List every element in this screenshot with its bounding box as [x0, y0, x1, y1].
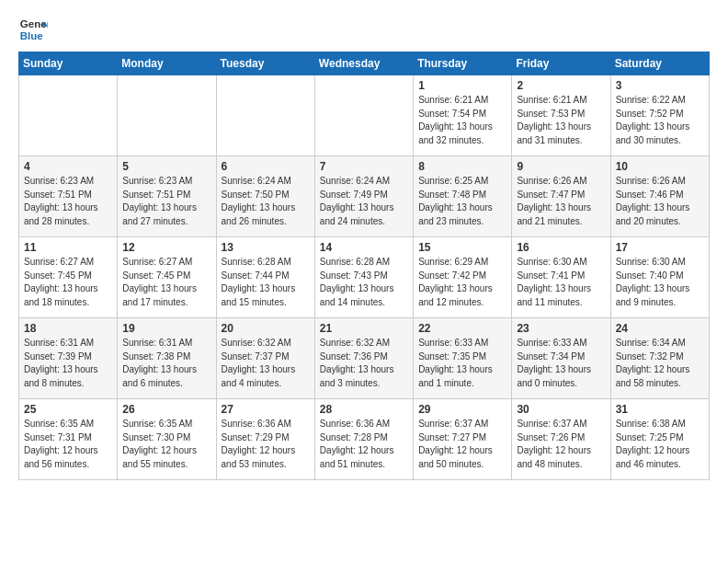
weekday-header-wednesday: Wednesday — [314, 52, 413, 75]
day-number: 10 — [616, 160, 704, 173]
calendar-cell: 13Sunrise: 6:28 AM Sunset: 7:44 PM Dayli… — [216, 237, 314, 318]
calendar-cell: 19Sunrise: 6:31 AM Sunset: 7:38 PM Dayli… — [118, 318, 216, 399]
day-number: 5 — [122, 160, 210, 173]
calendar-cell: 29Sunrise: 6:37 AM Sunset: 7:27 PM Dayli… — [414, 399, 512, 480]
day-number: 2 — [517, 79, 605, 92]
day-info: Sunrise: 6:23 AM Sunset: 7:51 PM Dayligh… — [122, 175, 210, 228]
day-info: Sunrise: 6:25 AM Sunset: 7:48 PM Dayligh… — [418, 175, 506, 228]
calendar-cell — [118, 75, 216, 156]
weekday-header-saturday: Saturday — [610, 52, 709, 75]
day-info: Sunrise: 6:21 AM Sunset: 7:54 PM Dayligh… — [418, 94, 506, 147]
day-number: 31 — [616, 403, 704, 416]
weekday-header-thursday: Thursday — [414, 52, 512, 75]
day-info: Sunrise: 6:35 AM Sunset: 7:31 PM Dayligh… — [24, 418, 112, 471]
day-info: Sunrise: 6:34 AM Sunset: 7:32 PM Dayligh… — [616, 337, 704, 390]
weekday-header-sunday: Sunday — [19, 52, 118, 75]
calendar-cell — [314, 75, 413, 156]
day-number: 30 — [517, 403, 605, 416]
day-info: Sunrise: 6:27 AM Sunset: 7:45 PM Dayligh… — [24, 256, 112, 309]
calendar-body: 1Sunrise: 6:21 AM Sunset: 7:54 PM Daylig… — [19, 75, 710, 480]
day-info: Sunrise: 6:28 AM Sunset: 7:43 PM Dayligh… — [320, 256, 408, 309]
calendar-cell: 23Sunrise: 6:33 AM Sunset: 7:34 PM Dayli… — [512, 318, 610, 399]
day-info: Sunrise: 6:37 AM Sunset: 7:27 PM Dayligh… — [418, 418, 506, 471]
svg-text:Blue: Blue — [20, 30, 44, 41]
week-row-2: 4Sunrise: 6:23 AM Sunset: 7:51 PM Daylig… — [19, 156, 710, 237]
calendar-cell: 12Sunrise: 6:27 AM Sunset: 7:45 PM Dayli… — [118, 237, 216, 318]
calendar-cell: 27Sunrise: 6:36 AM Sunset: 7:29 PM Dayli… — [216, 399, 314, 480]
day-number: 26 — [122, 403, 210, 416]
weekday-header-friday: Friday — [512, 52, 610, 75]
day-number: 12 — [122, 241, 210, 254]
day-info: Sunrise: 6:24 AM Sunset: 7:50 PM Dayligh… — [222, 175, 310, 228]
day-info: Sunrise: 6:23 AM Sunset: 7:51 PM Dayligh… — [24, 175, 112, 228]
day-info: Sunrise: 6:38 AM Sunset: 7:25 PM Dayligh… — [616, 418, 704, 471]
weekday-header-monday: Monday — [118, 52, 216, 75]
day-number: 16 — [517, 241, 605, 254]
calendar-cell: 20Sunrise: 6:32 AM Sunset: 7:37 PM Dayli… — [216, 318, 314, 399]
page-header: General Blue — [18, 15, 710, 44]
calendar-cell: 21Sunrise: 6:32 AM Sunset: 7:36 PM Dayli… — [314, 318, 413, 399]
day-number: 4 — [24, 160, 112, 173]
calendar-cell: 31Sunrise: 6:38 AM Sunset: 7:25 PM Dayli… — [610, 399, 709, 480]
day-number: 8 — [418, 160, 506, 173]
day-info: Sunrise: 6:30 AM Sunset: 7:41 PM Dayligh… — [517, 256, 605, 309]
calendar-cell — [216, 75, 314, 156]
day-info: Sunrise: 6:21 AM Sunset: 7:53 PM Dayligh… — [517, 94, 605, 147]
day-info: Sunrise: 6:31 AM Sunset: 7:38 PM Dayligh… — [122, 337, 210, 390]
calendar-cell: 26Sunrise: 6:35 AM Sunset: 7:30 PM Dayli… — [118, 399, 216, 480]
day-info: Sunrise: 6:26 AM Sunset: 7:47 PM Dayligh… — [517, 175, 605, 228]
day-number: 21 — [320, 322, 408, 335]
calendar-cell: 24Sunrise: 6:34 AM Sunset: 7:32 PM Dayli… — [610, 318, 709, 399]
week-row-3: 11Sunrise: 6:27 AM Sunset: 7:45 PM Dayli… — [19, 237, 710, 318]
day-number: 27 — [222, 403, 310, 416]
day-number: 6 — [222, 160, 310, 173]
day-info: Sunrise: 6:28 AM Sunset: 7:44 PM Dayligh… — [222, 256, 310, 309]
calendar-cell: 7Sunrise: 6:24 AM Sunset: 7:49 PM Daylig… — [314, 156, 413, 237]
calendar-cell: 28Sunrise: 6:36 AM Sunset: 7:28 PM Dayli… — [314, 399, 413, 480]
logo-icon: General Blue — [18, 15, 48, 44]
day-info: Sunrise: 6:36 AM Sunset: 7:29 PM Dayligh… — [222, 418, 310, 471]
day-number: 3 — [616, 79, 704, 92]
calendar-cell: 17Sunrise: 6:30 AM Sunset: 7:40 PM Dayli… — [610, 237, 709, 318]
calendar-cell: 25Sunrise: 6:35 AM Sunset: 7:31 PM Dayli… — [19, 399, 118, 480]
day-number: 15 — [418, 241, 506, 254]
week-row-5: 25Sunrise: 6:35 AM Sunset: 7:31 PM Dayli… — [19, 399, 710, 480]
calendar-cell: 22Sunrise: 6:33 AM Sunset: 7:35 PM Dayli… — [414, 318, 512, 399]
day-number: 29 — [418, 403, 506, 416]
calendar-header: SundayMondayTuesdayWednesdayThursdayFrid… — [19, 52, 710, 75]
day-number: 17 — [616, 241, 704, 254]
calendar-cell: 4Sunrise: 6:23 AM Sunset: 7:51 PM Daylig… — [19, 156, 118, 237]
week-row-4: 18Sunrise: 6:31 AM Sunset: 7:39 PM Dayli… — [19, 318, 710, 399]
day-info: Sunrise: 6:33 AM Sunset: 7:35 PM Dayligh… — [418, 337, 506, 390]
day-info: Sunrise: 6:32 AM Sunset: 7:36 PM Dayligh… — [320, 337, 408, 390]
weekday-header-tuesday: Tuesday — [216, 52, 314, 75]
calendar-cell: 10Sunrise: 6:26 AM Sunset: 7:46 PM Dayli… — [610, 156, 709, 237]
day-number: 9 — [517, 160, 605, 173]
day-info: Sunrise: 6:32 AM Sunset: 7:37 PM Dayligh… — [222, 337, 310, 390]
day-number: 7 — [320, 160, 408, 173]
day-info: Sunrise: 6:35 AM Sunset: 7:30 PM Dayligh… — [122, 418, 210, 471]
day-number: 11 — [24, 241, 112, 254]
day-info: Sunrise: 6:37 AM Sunset: 7:26 PM Dayligh… — [517, 418, 605, 471]
calendar-cell: 8Sunrise: 6:25 AM Sunset: 7:48 PM Daylig… — [414, 156, 512, 237]
day-number: 1 — [418, 79, 506, 92]
day-info: Sunrise: 6:33 AM Sunset: 7:34 PM Dayligh… — [517, 337, 605, 390]
day-info: Sunrise: 6:26 AM Sunset: 7:46 PM Dayligh… — [616, 175, 704, 228]
calendar-cell: 15Sunrise: 6:29 AM Sunset: 7:42 PM Dayli… — [414, 237, 512, 318]
day-number: 25 — [24, 403, 112, 416]
day-info: Sunrise: 6:24 AM Sunset: 7:49 PM Dayligh… — [320, 175, 408, 228]
week-row-1: 1Sunrise: 6:21 AM Sunset: 7:54 PM Daylig… — [19, 75, 710, 156]
calendar-cell: 5Sunrise: 6:23 AM Sunset: 7:51 PM Daylig… — [118, 156, 216, 237]
calendar-cell: 18Sunrise: 6:31 AM Sunset: 7:39 PM Dayli… — [19, 318, 118, 399]
day-info: Sunrise: 6:31 AM Sunset: 7:39 PM Dayligh… — [24, 337, 112, 390]
day-number: 23 — [517, 322, 605, 335]
day-number: 20 — [222, 322, 310, 335]
day-info: Sunrise: 6:36 AM Sunset: 7:28 PM Dayligh… — [320, 418, 408, 471]
day-number: 22 — [418, 322, 506, 335]
calendar-cell: 16Sunrise: 6:30 AM Sunset: 7:41 PM Dayli… — [512, 237, 610, 318]
calendar-cell: 2Sunrise: 6:21 AM Sunset: 7:53 PM Daylig… — [512, 75, 610, 156]
calendar-cell — [19, 75, 118, 156]
calendar-cell: 30Sunrise: 6:37 AM Sunset: 7:26 PM Dayli… — [512, 399, 610, 480]
day-info: Sunrise: 6:30 AM Sunset: 7:40 PM Dayligh… — [616, 256, 704, 309]
day-number: 14 — [320, 241, 408, 254]
